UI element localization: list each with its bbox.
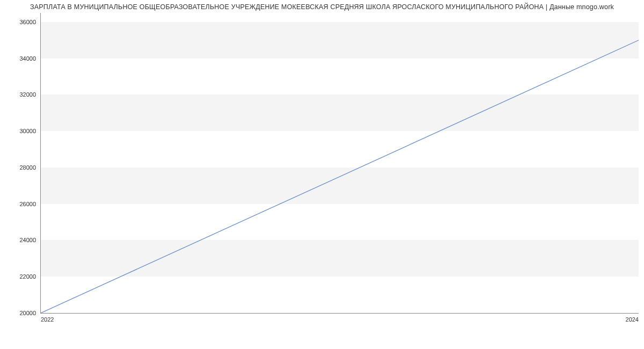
plot-area: 2000022000240002600028000300003200034000… <box>40 13 639 314</box>
data-line <box>41 40 639 313</box>
y-tick-label: 36000 <box>11 19 36 25</box>
x-tick-label: 2024 <box>626 316 639 323</box>
x-tick-label: 2022 <box>41 316 54 323</box>
line-layer <box>41 13 639 313</box>
y-tick-label: 20000 <box>11 310 36 316</box>
y-tick-label: 30000 <box>11 128 36 134</box>
chart-title: ЗАРПЛАТА В МУНИЦИПАЛЬНОЕ ОБЩЕОБРАЗОВАТЕЛ… <box>0 0 644 13</box>
y-tick-label: 28000 <box>11 164 36 171</box>
y-tick-label: 34000 <box>11 55 36 62</box>
chart-area: 2000022000240002600028000300003200034000… <box>40 13 639 314</box>
y-tick-label: 26000 <box>11 201 36 207</box>
y-tick-label: 32000 <box>11 91 36 98</box>
y-tick-label: 24000 <box>11 237 36 243</box>
y-tick-label: 22000 <box>11 273 36 280</box>
